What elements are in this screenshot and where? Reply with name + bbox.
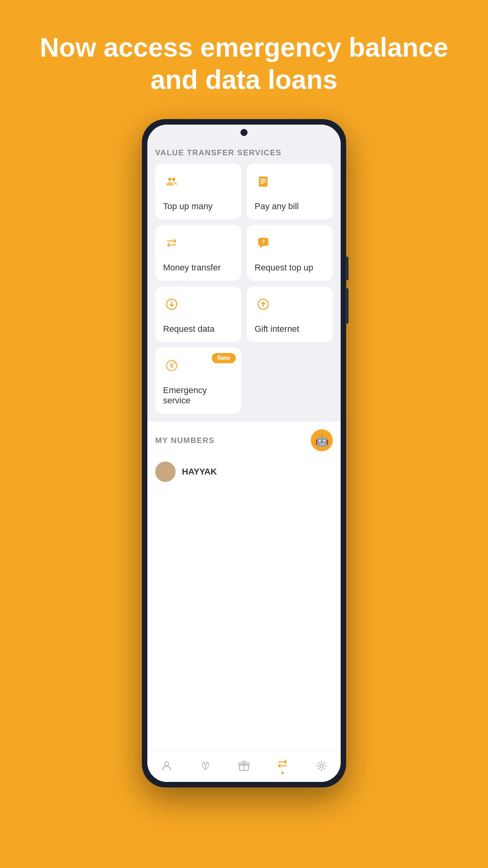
service-card-top-up-many[interactable]: Top up many (155, 164, 241, 219)
nav-active-dot (281, 772, 284, 774)
side-button-1 (345, 257, 349, 280)
service-label-top-up-many: Top up many (163, 201, 233, 211)
nav-settings[interactable] (315, 760, 328, 772)
bill-icon (255, 173, 272, 190)
number-item[interactable]: HAYYAK (155, 458, 333, 486)
my-numbers-header: MY NUMBERS 🤖 (155, 429, 333, 451)
svg-rect-4 (261, 181, 266, 182)
question-icon: ? (255, 234, 272, 252)
nav-gift[interactable] (238, 760, 250, 772)
people-icon (163, 173, 180, 190)
service-card-gift-internet[interactable]: Gift internet (247, 286, 333, 342)
download-icon (163, 296, 180, 313)
service-label-pay-any-bill: Pay any bill (255, 201, 325, 211)
side-button-2 (345, 288, 349, 324)
service-label-money-transfer: Money transfer (163, 263, 233, 273)
service-card-emergency-service[interactable]: New $ Emergency service (155, 348, 241, 414)
phone-notch (147, 125, 341, 140)
service-label-request-data: Request data (163, 324, 233, 334)
my-numbers-title: MY NUMBERS (155, 436, 215, 445)
contact-avatar (155, 462, 176, 482)
vts-title: VALUE TRANSFER SERVICES (155, 148, 333, 157)
phone-content: VALUE TRANSFER SERVICES (147, 140, 341, 782)
service-label-request-top-up: Request top up (255, 263, 325, 273)
svg-point-12 (165, 762, 169, 766)
hero-section: Now access emergency balance and data lo… (0, 0, 488, 119)
service-label-emergency-service: Emergency service (163, 385, 233, 406)
transfer-icon (163, 234, 180, 252)
service-card-pay-any-bill[interactable]: Pay any bill (247, 164, 333, 219)
emergency-icon: $ (163, 357, 180, 374)
svg-text:?: ? (262, 239, 265, 245)
new-badge: New (212, 353, 236, 363)
service-card-request-data[interactable]: Request data (155, 286, 241, 342)
service-label-gift-internet: Gift internet (255, 324, 325, 334)
lotus-icon (199, 760, 212, 772)
nav-lotus[interactable] (199, 760, 212, 772)
nav-transfer[interactable] (276, 758, 289, 774)
person-icon (160, 760, 173, 772)
camera-dot (240, 129, 248, 136)
phone-frame: VALUE TRANSFER SERVICES (142, 119, 346, 787)
services-grid: Top up many (155, 164, 333, 414)
gear-icon (315, 760, 328, 772)
svg-rect-3 (261, 179, 266, 180)
transfer-nav-icon (276, 758, 289, 770)
bot-icon[interactable]: 🤖 (311, 429, 333, 451)
hero-title: Now access emergency balance and data lo… (0, 0, 488, 119)
bottom-nav (147, 751, 341, 782)
service-card-request-top-up[interactable]: ? Request top up (247, 225, 333, 281)
svg-rect-5 (261, 183, 264, 184)
gift-icon (238, 760, 250, 772)
service-card-money-transfer[interactable]: Money transfer (155, 225, 241, 281)
svg-point-15 (320, 764, 323, 767)
svg-point-0 (168, 178, 171, 181)
upload-icon (255, 296, 272, 313)
phone-screen: VALUE TRANSFER SERVICES (147, 125, 341, 782)
nav-profile[interactable] (160, 760, 173, 772)
my-numbers-section: MY NUMBERS 🤖 HAYYAK (147, 421, 341, 751)
phone-wrapper: VALUE TRANSFER SERVICES (142, 119, 346, 868)
contact-name: HAYYAK (182, 467, 217, 477)
svg-point-1 (172, 178, 175, 181)
vts-section: VALUE TRANSFER SERVICES (147, 140, 341, 417)
svg-text:$: $ (170, 362, 174, 369)
